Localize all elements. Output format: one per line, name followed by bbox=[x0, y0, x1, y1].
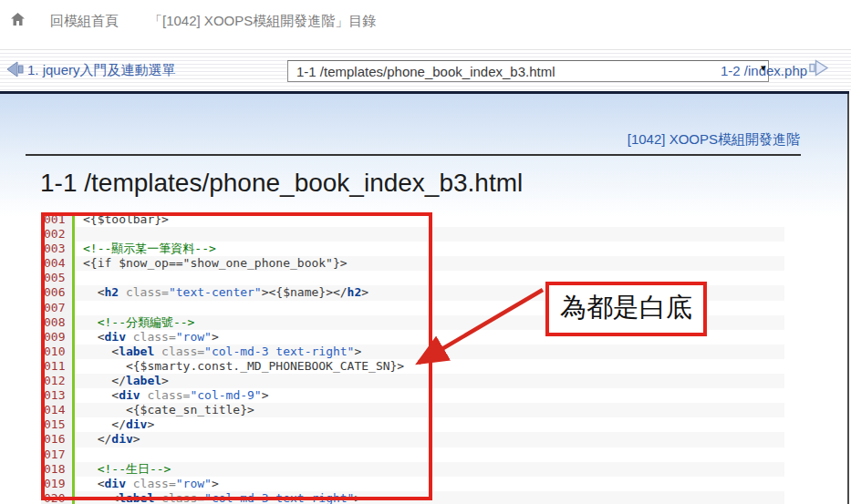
prev-arrow-icon[interactable] bbox=[5, 61, 26, 81]
line-number: 015 bbox=[41, 417, 72, 432]
code-block: 001<{$toolbar}>002003<!--顯示某一筆資料-->004<{… bbox=[41, 212, 784, 504]
code-text: <label class="col-md-3 text-right"> bbox=[75, 491, 361, 504]
header-rule bbox=[26, 154, 801, 156]
code-line: 018 <!--生日--> bbox=[41, 462, 784, 477]
code-text: <label class="col-md-3 text-right"> bbox=[75, 345, 361, 359]
course-title-link[interactable]: [1042] XOOPS模組開發進階 bbox=[628, 131, 800, 149]
code-line: 013 <div class="col-md-9"> bbox=[41, 388, 784, 403]
top-navbar: 回模組首頁 「[1042] XOOPS模組開發進階」目錄 bbox=[0, 0, 851, 49]
annotation-note-box: 為都是白底 bbox=[545, 282, 707, 336]
code-text: </div> bbox=[75, 417, 154, 432]
line-number: 004 bbox=[41, 256, 72, 271]
page-title: 1-1 /templates/phone_book_index_b3.html bbox=[40, 169, 523, 198]
back-to-module-home-link[interactable]: 回模組首頁 bbox=[50, 13, 119, 30]
annotation-note-text: 為都是白底 bbox=[560, 292, 692, 323]
current-page-input[interactable] bbox=[287, 60, 769, 82]
line-number: 019 bbox=[41, 477, 72, 491]
line-number: 014 bbox=[41, 403, 72, 417]
line-number: 008 bbox=[41, 315, 72, 330]
code-text: <h2 class="text-center"><{$name}></h2> bbox=[75, 285, 368, 300]
code-text: <!--顯示某一筆資料--> bbox=[75, 242, 216, 256]
screen: 回模組首頁 「[1042] XOOPS模組開發進階」目錄 1. jquery入門… bbox=[0, 0, 851, 504]
code-line: 020 <label class="col-md-3 text-right"> bbox=[41, 491, 784, 504]
code-line: 015 </div> bbox=[41, 417, 784, 432]
code-text bbox=[75, 271, 83, 285]
dropdown-caret-icon[interactable]: ▾ bbox=[761, 62, 766, 74]
code-line: 012 </label> bbox=[41, 374, 784, 388]
line-number: 016 bbox=[41, 432, 72, 447]
course-toc-link[interactable]: 「[1042] XOOPS模組開發進階」目錄 bbox=[149, 13, 376, 30]
code-line: 017 bbox=[41, 447, 784, 462]
line-number: 009 bbox=[41, 330, 72, 345]
code-line: 010 <label class="col-md-3 text-right"> bbox=[41, 345, 784, 359]
line-number: 010 bbox=[41, 345, 72, 359]
code-text bbox=[75, 227, 83, 242]
code-text: <!--生日--> bbox=[75, 462, 171, 477]
line-number: 020 bbox=[41, 491, 72, 504]
prev-page-link[interactable]: 1. jquery入門及連動選單 bbox=[27, 62, 176, 79]
home-icon bbox=[10, 14, 26, 29]
content-panel: [1042] XOOPS模組開發進階 1-1 /templates/phone_… bbox=[0, 94, 849, 504]
line-number: 018 bbox=[41, 462, 72, 477]
code-text: </label> bbox=[75, 374, 169, 388]
code-line: 004<{if $now_op=="show_one_phone_book"}> bbox=[41, 256, 784, 271]
code-line: 002 bbox=[41, 227, 784, 242]
line-number: 006 bbox=[41, 285, 72, 300]
code-line: 001<{$toolbar}> bbox=[41, 212, 784, 227]
pager-bar: 1. jquery入門及連動選單 1-2 /index.php ▾ bbox=[0, 49, 851, 91]
code-text: <{if $now_op=="show_one_phone_book"}> bbox=[75, 256, 348, 271]
line-number: 002 bbox=[41, 227, 72, 242]
line-number: 017 bbox=[41, 447, 72, 462]
code-line: 014 <{$cate_sn_title}> bbox=[41, 403, 784, 417]
code-text: <div class="row"> bbox=[75, 330, 219, 345]
code-text: <div class="row"> bbox=[75, 477, 219, 491]
line-number: 005 bbox=[41, 271, 72, 285]
code-line: 016 </div> bbox=[41, 432, 784, 447]
code-text bbox=[75, 301, 83, 315]
code-text: </div> bbox=[75, 432, 140, 447]
home-button[interactable] bbox=[10, 12, 26, 30]
code-text: <!--分類編號--> bbox=[75, 315, 194, 330]
code-text: <div class="col-md-9"> bbox=[75, 388, 269, 403]
code-line: 011 <{$smarty.const._MD_PHONEBOOK_CATE_S… bbox=[41, 359, 784, 374]
next-arrow-icon[interactable] bbox=[808, 59, 830, 80]
line-number: 011 bbox=[41, 359, 72, 374]
line-number: 007 bbox=[41, 301, 72, 315]
code-line: 003<!--顯示某一筆資料--> bbox=[41, 242, 784, 256]
code-text: <{$toolbar}> bbox=[75, 212, 169, 227]
code-text: <{$smarty.const._MD_PHONEBOOK_CATE_SN}> bbox=[75, 359, 404, 374]
line-number: 012 bbox=[41, 374, 72, 388]
code-text bbox=[75, 447, 83, 462]
code-line: 019 <div class="row"> bbox=[41, 477, 784, 491]
line-number: 013 bbox=[41, 388, 72, 403]
code-text: <{$cate_sn_title}> bbox=[75, 403, 254, 417]
line-number: 001 bbox=[41, 212, 72, 227]
line-number: 003 bbox=[41, 242, 72, 256]
